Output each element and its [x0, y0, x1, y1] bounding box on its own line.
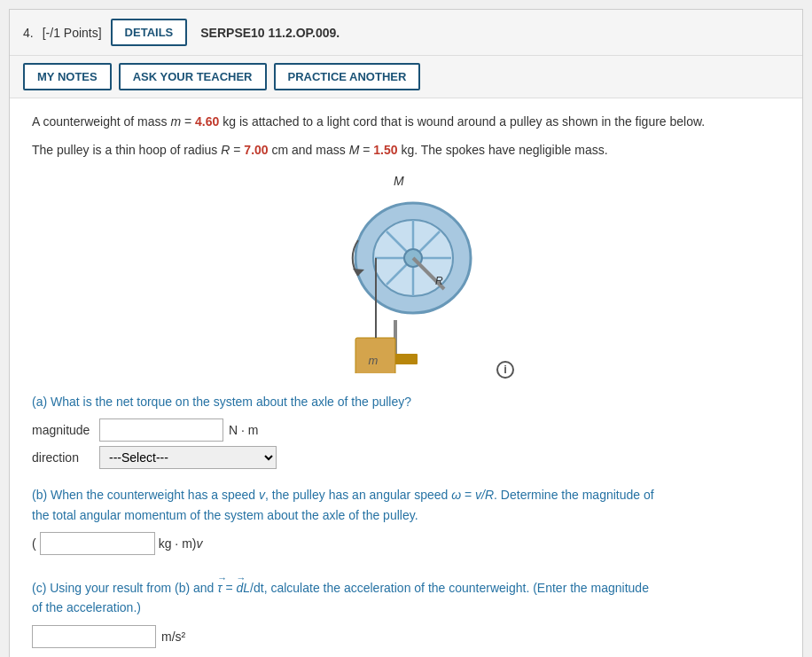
direction-label: direction: [32, 450, 94, 465]
problem-text2: The pulley is a thin hoop of radius R = …: [32, 140, 780, 160]
magnitude-unit: N · m: [229, 423, 258, 437]
b-unit: kg · m)v: [159, 536, 203, 551]
problem-text: A counterweight of mass m = 4.60 kg is a…: [32, 112, 780, 131]
direction-row: direction ---Select--- clockwise counter…: [32, 446, 780, 469]
text3: The pulley is a thin hoop of radius R =: [32, 143, 244, 157]
direction-select[interactable]: ---Select--- clockwise counterclockwise: [99, 446, 277, 469]
question-b: (b) When the counterweight has a speed v…: [32, 485, 780, 555]
c-label1: (c) Using your result from (b) and →τ = …: [32, 581, 649, 595]
c-label2: of the acceleration.): [32, 600, 141, 614]
points-label: [-/1 Points]: [43, 26, 102, 40]
question-b-text: (b) When the counterweight has a speed v…: [32, 485, 780, 525]
c-input-row: m/s²: [32, 625, 780, 648]
svg-text:m: m: [369, 354, 379, 367]
content-area: A counterweight of mass m = 4.60 kg is a…: [10, 98, 802, 657]
b-label2: the total angular momentum of the system…: [32, 508, 418, 522]
figure-container: M m: [32, 169, 780, 379]
svg-text:R: R: [435, 275, 443, 287]
c-input[interactable]: [32, 625, 156, 648]
pulley-figure: M m: [298, 169, 493, 373]
text2: kg is attached to a light cord that is w…: [219, 114, 705, 129]
problem-number: 4.: [23, 26, 34, 40]
magnitude-input[interactable]: [99, 418, 223, 442]
details-button[interactable]: DETAILS: [111, 19, 188, 46]
text4: cm and mass M =: [269, 143, 374, 157]
header-bar: 4. [-/1 Points] DETAILS SERPSE10 11.2.OP…: [10, 10, 802, 56]
problem-id: SERPSE10 11.2.OP.009.: [200, 26, 340, 40]
question-c: (c) Using your result from (b) and →τ = …: [32, 571, 780, 648]
question-a: (a) What is the net torque on the system…: [32, 392, 780, 469]
m-value: 4.60: [195, 114, 219, 129]
intro-text: A counterweight of mass m =: [32, 114, 195, 129]
text5: kg. The spokes have negligible mass.: [398, 143, 608, 157]
nav-bar: MY NOTES ASK YOUR TEACHER PRACTICE ANOTH…: [10, 56, 802, 98]
magnitude-row: magnitude N · m: [32, 418, 780, 442]
magnitude-label: magnitude: [32, 423, 94, 437]
b-label1: (b) When the counterweight has a speed v…: [32, 488, 654, 502]
ask-teacher-button[interactable]: ASK YOUR TEACHER: [119, 63, 267, 90]
info-icon[interactable]: i: [496, 361, 514, 379]
page-container: 4. [-/1 Points] DETAILS SERPSE10 11.2.OP…: [9, 9, 803, 657]
b-input[interactable]: [40, 532, 155, 555]
svg-text:M: M: [394, 174, 404, 188]
b-input-row: ( kg · m)v: [32, 532, 780, 555]
c-unit: m/s²: [161, 630, 185, 644]
my-notes-button[interactable]: MY NOTES: [23, 63, 112, 90]
m2-value: 1.50: [373, 143, 397, 157]
practice-another-button[interactable]: PRACTICE ANOTHER: [274, 63, 421, 90]
question-c-text: (c) Using your result from (b) and →τ = …: [32, 571, 780, 618]
b-open-paren: (: [32, 536, 36, 551]
question-a-text: (a) What is the net torque on the system…: [32, 392, 780, 411]
r-value: 7.00: [244, 143, 268, 157]
